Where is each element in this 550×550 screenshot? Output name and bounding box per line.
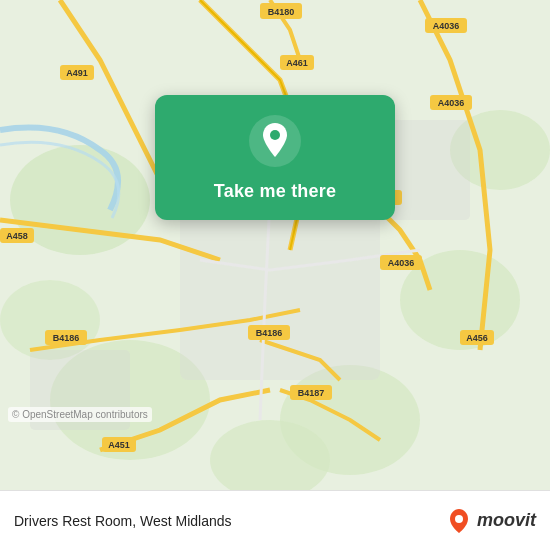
svg-text:A491: A491	[66, 68, 88, 78]
svg-point-40	[270, 130, 280, 140]
moovit-logo: moovit	[445, 507, 536, 535]
svg-text:A4036: A4036	[388, 258, 415, 268]
copyright-text: © OpenStreetMap contributors	[8, 407, 152, 422]
moovit-pin-icon	[445, 507, 473, 535]
svg-point-41	[455, 515, 463, 523]
location-pin-icon	[249, 115, 301, 167]
svg-text:B4186: B4186	[53, 333, 80, 343]
svg-text:A4036: A4036	[433, 21, 460, 31]
moovit-brand-text: moovit	[477, 510, 536, 531]
take-me-there-button[interactable]: Take me there	[214, 181, 336, 202]
svg-text:A461: A461	[286, 58, 308, 68]
svg-text:B4186: B4186	[256, 328, 283, 338]
svg-text:A456: A456	[466, 333, 488, 343]
bottom-bar: Drivers Rest Room, West Midlands moovit	[0, 490, 550, 550]
location-info: Drivers Rest Room, West Midlands	[14, 513, 232, 529]
svg-text:B4180: B4180	[268, 7, 295, 17]
location-name: Drivers Rest Room, West Midlands	[14, 513, 232, 529]
svg-text:B4187: B4187	[298, 388, 325, 398]
svg-text:A451: A451	[108, 440, 130, 450]
svg-rect-8	[180, 200, 380, 380]
svg-text:A458: A458	[6, 231, 28, 241]
action-card: Take me there	[155, 95, 395, 220]
svg-text:A4036: A4036	[438, 98, 465, 108]
map-container: B4180 A461 A4036 A4036 A491 A461 A458 A4…	[0, 0, 550, 490]
